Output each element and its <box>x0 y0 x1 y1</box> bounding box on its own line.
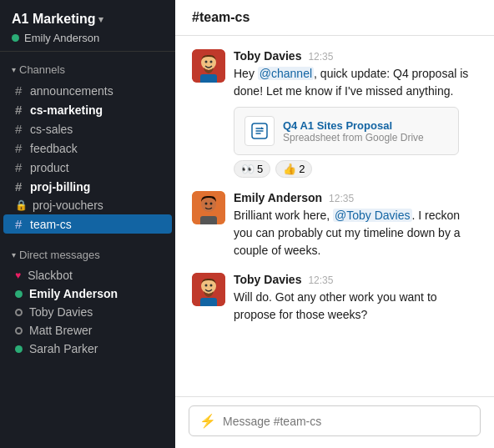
channel-item-product[interactable]: # product <box>3 158 172 177</box>
reaction-emoji: 👀 <box>241 163 255 175</box>
message-time: 12:35 <box>308 274 333 286</box>
reaction-count: 5 <box>257 163 263 175</box>
hash-icon: # <box>15 122 25 136</box>
channel-name: feedback <box>30 142 78 155</box>
channel-item-proj-billing[interactable]: # proj-billing <box>3 177 172 196</box>
message-time: 12:35 <box>329 193 354 204</box>
channel-header: #team-cs <box>175 0 494 36</box>
message-input-area: ⚡ <box>175 396 494 448</box>
message-time: 12:35 <box>308 51 333 63</box>
workspace-chevron: ▾ <box>98 14 103 25</box>
channel-name: cs-marketing <box>30 103 103 117</box>
offline-dot <box>15 327 23 335</box>
svg-point-8 <box>205 203 208 205</box>
message-row: Emily Anderson 12:35 Brilliant work here… <box>192 191 477 259</box>
mention: @Toby Davies <box>333 209 411 222</box>
message-text: Will do. Got any other work you want to … <box>234 289 477 324</box>
channel-name: announcements <box>30 84 113 98</box>
hash-icon: # <box>15 141 25 155</box>
svg-point-9 <box>210 203 213 205</box>
reactions: 👀 5 👍 2 <box>234 160 477 178</box>
dm-arrow: ▾ <box>12 250 16 259</box>
sidebar: A1 Marketing ▾ Emily Anderson ▾ Channels… <box>0 0 175 448</box>
svg-point-13 <box>205 284 208 287</box>
dm-name: Sarah Parker <box>29 342 98 355</box>
user-status-dot <box>12 34 19 42</box>
message-author: Toby Davies <box>234 49 301 63</box>
channel-name: cs-sales <box>30 123 73 136</box>
main-content: #team-cs <box>175 0 494 448</box>
dm-item-matt-brewer[interactable]: Matt Brewer <box>3 321 172 340</box>
svg-point-2 <box>205 61 208 63</box>
channels-arrow: ▾ <box>12 65 16 74</box>
message-row: Toby Davies 12:35 Will do. Got any other… <box>192 273 477 324</box>
messages-area: Toby Davies 12:35 Hey @channel, quick up… <box>175 36 494 396</box>
channel-title: #team-cs <box>192 10 250 24</box>
online-dot <box>15 345 23 353</box>
attachment-icon <box>244 116 275 146</box>
channels-section: ▾ Channels # announcements # cs-marketin… <box>0 52 175 237</box>
message-input-wrapper: ⚡ <box>189 405 481 436</box>
hash-icon: # <box>15 179 25 194</box>
hash-icon: # <box>15 83 25 98</box>
channel-item-announcements[interactable]: # announcements <box>3 81 172 100</box>
channel-item-proj-vouchers[interactable]: 🔒 proj-vouchers <box>3 196 172 214</box>
message-author: Toby Davies <box>234 273 301 286</box>
bolt-icon: ⚡ <box>199 413 216 429</box>
channel-item-feedback[interactable]: # feedback <box>3 138 172 158</box>
channel-name: product <box>30 161 69 174</box>
svg-point-7 <box>201 197 216 212</box>
mention: @channel <box>258 67 314 80</box>
dm-label: Direct messages <box>19 249 100 261</box>
dm-item-emily-anderson[interactable]: Emily Anderson <box>3 284 172 303</box>
channel-item-team-cs[interactable]: # team-cs <box>3 214 172 234</box>
channel-name: team-cs <box>30 218 72 231</box>
workspace-name[interactable]: A1 Marketing ▾ <box>12 12 164 27</box>
hash-icon: # <box>15 217 25 231</box>
dm-item-sarah-parker[interactable]: Sarah Parker <box>3 340 172 358</box>
reaction-eyes[interactable]: 👀 5 <box>234 160 270 178</box>
lock-icon: 🔒 <box>15 199 28 211</box>
dm-item-slackbot[interactable]: ♥ Slackbot <box>3 266 172 284</box>
reaction-thumbsup[interactable]: 👍 2 <box>275 160 312 178</box>
message-input[interactable] <box>223 415 470 428</box>
dm-section: ▾ Direct messages ♥ Slackbot Emily Ander… <box>0 237 175 361</box>
reaction-emoji: 👍 <box>283 163 296 175</box>
svg-point-14 <box>210 284 213 287</box>
message-body: Emily Anderson 12:35 Brilliant work here… <box>234 191 477 259</box>
dm-name: Matt Brewer <box>29 324 92 337</box>
attachment-info: Q4 A1 Sites Proposal Spreadsheet from Go… <box>283 119 424 143</box>
dm-item-toby-davies[interactable]: Toby Davies <box>3 303 172 321</box>
message-text: Brilliant work here, @Toby Davies. I rec… <box>234 207 477 259</box>
reaction-count: 2 <box>299 163 305 175</box>
message-meta: Toby Davies 12:35 <box>234 273 477 286</box>
channel-name: proj-billing <box>30 180 90 194</box>
avatar <box>192 49 225 83</box>
avatar <box>192 191 225 224</box>
message-meta: Emily Anderson 12:35 <box>234 191 477 204</box>
svg-rect-10 <box>200 216 217 224</box>
message-author: Emily Anderson <box>234 191 322 204</box>
message-body: Toby Davies 12:35 Will do. Got any other… <box>234 273 477 324</box>
channels-section-header[interactable]: ▾ Channels <box>0 62 175 78</box>
dm-section-header[interactable]: ▾ Direct messages <box>0 247 175 263</box>
offline-dot <box>15 309 23 316</box>
workspace-label: A1 Marketing <box>12 12 95 27</box>
message-meta: Toby Davies 12:35 <box>234 49 477 63</box>
avatar <box>192 273 225 306</box>
attachment-title: Q4 A1 Sites Proposal <box>283 119 424 132</box>
dm-name: Emily Anderson <box>29 287 118 300</box>
attachment[interactable]: Q4 A1 Sites Proposal Spreadsheet from Go… <box>234 107 459 155</box>
svg-rect-15 <box>200 298 217 306</box>
message-text: Hey @channel, quick update: Q4 proposal … <box>234 65 477 100</box>
message-body: Toby Davies 12:35 Hey @channel, quick up… <box>234 49 477 178</box>
svg-point-3 <box>210 61 213 63</box>
hash-icon: # <box>15 160 25 174</box>
svg-rect-4 <box>200 74 217 83</box>
channel-item-cs-sales[interactable]: # cs-sales <box>3 119 172 138</box>
attachment-subtitle: Spreadsheet from Google Drive <box>283 132 424 143</box>
channel-name: proj-vouchers <box>33 199 103 212</box>
channel-item-cs-marketing[interactable]: # cs-marketing <box>3 100 172 119</box>
current-user-status: Emily Anderson <box>12 32 164 44</box>
hash-icon: # <box>15 103 25 117</box>
